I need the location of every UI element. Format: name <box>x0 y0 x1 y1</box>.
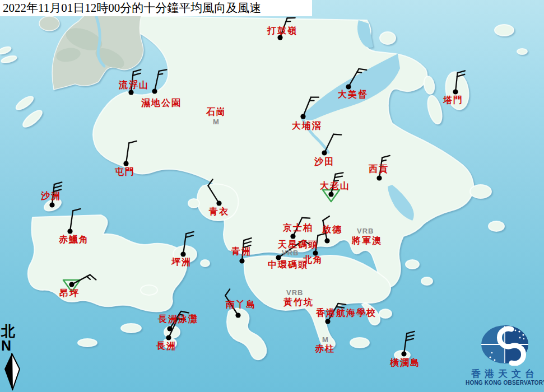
central-pier-label: 中環碼頭 <box>268 260 308 269</box>
sha-tin-dot <box>322 150 327 155</box>
wetland-park-wind-barb <box>155 69 166 91</box>
wind-barb-overlay <box>0 0 544 392</box>
north-label-chinese: 北 <box>1 324 26 339</box>
ta-kwu-ling-label: 打鼓嶺 <box>267 26 297 35</box>
hko-logo-english: HONG KONG OBSERVATORY <box>466 380 544 386</box>
green-island-label: 青洲 <box>231 247 252 256</box>
tap-mun-wind-barb <box>455 71 465 92</box>
tuen-mun-dot <box>123 161 128 166</box>
kai-tak-dot <box>324 238 329 243</box>
sha-chau-label: 沙洲 <box>41 192 61 200</box>
wong-chuk-hang-label: 黃竹坑 <box>283 298 314 307</box>
lamma-island-label: 南丫島 <box>226 300 256 309</box>
shek-kong-annotation: M <box>213 118 220 125</box>
sha-tin-wind-barb <box>324 134 341 153</box>
chek-lap-kok-dot <box>67 228 72 234</box>
peng-chau-label: 坪洲 <box>171 258 192 267</box>
tai-po-kau-dot <box>300 114 305 119</box>
north-arrow-icon <box>1 352 22 391</box>
lau-fau-shan-dot <box>128 90 133 95</box>
tap-mun-label: 塔門 <box>443 96 463 105</box>
sha-tin-label: 沙田 <box>314 157 334 166</box>
tsing-yi-label: 青衣 <box>209 207 229 216</box>
cheung-chau-beach-label: 長洲泳灘 <box>158 315 198 324</box>
chek-lap-kok-label: 赤鱲角 <box>59 235 89 244</box>
peng-chau-wind-barb <box>183 232 194 254</box>
stanley-label: 赤柱 <box>315 344 335 353</box>
kai-tak-label: 啟德 <box>322 225 342 234</box>
wetland-park-dot <box>152 88 157 94</box>
tai-po-kau-wind-barb <box>303 97 319 116</box>
north-indicator: 北 N <box>1 324 26 392</box>
tuen-mun-label: 屯門 <box>115 167 135 176</box>
chek-lap-kok-wind-barb <box>70 209 81 231</box>
star-ferry-label: 天星碼頭 <box>278 240 318 249</box>
lau-fau-shan-label: 流浮山 <box>119 81 149 90</box>
hk-sea-school-label: 香港航海學校 <box>316 309 376 318</box>
wetland-park-label: 濕地公園 <box>141 99 182 108</box>
wind-map: 打鼓嶺流浮山濕地公園石崗M大美督塔門大埔滘沙田屯門西貢沙洲大老山青衣赤鱲角京士柏… <box>0 0 544 392</box>
stanley-annotation: M <box>322 336 329 343</box>
tai-mei-tuk-wind-barb <box>348 69 366 87</box>
hko-logo-icon <box>466 324 544 366</box>
tseung-kwan-o-label: 將軍澳 <box>352 236 382 245</box>
waglan-island-dot <box>401 351 406 356</box>
north-point-label: 北角 <box>303 255 323 264</box>
tates-cairn-label: 大老山 <box>320 181 350 190</box>
tseung-kwan-o-annotation: VRB <box>357 227 374 235</box>
kings-park-dot <box>290 234 295 239</box>
tsing-yi-wind-barb <box>208 179 219 203</box>
kings-park-label: 京士柏 <box>283 223 313 232</box>
cheung-chau-label: 長洲 <box>156 342 176 351</box>
cheung-chau-dot <box>166 335 171 340</box>
hko-logo: 香港天文台 HONG KONG OBSERVATORY <box>466 324 544 386</box>
ngong-ping-dot <box>69 282 74 287</box>
tap-mun-dot <box>453 89 458 94</box>
ngong-ping-label: 昂坪 <box>59 289 80 298</box>
tates-cairn-dot <box>328 192 333 197</box>
waglan-island-label: 橫瀾島 <box>390 358 420 367</box>
green-island-dot <box>239 258 244 263</box>
hko-logo-chinese: 香港天文台 <box>466 368 544 380</box>
north-label-letter: N <box>1 339 26 352</box>
sai-kung-label: 西貢 <box>369 165 389 174</box>
tai-po-kau-label: 大埔滘 <box>292 122 322 130</box>
sai-kung-dot <box>376 175 382 180</box>
lamma-island-dot <box>235 312 240 318</box>
tuen-mun-wind-barb <box>126 141 137 164</box>
sha-chau-dot <box>49 202 54 207</box>
shek-kong-label: 石崗 <box>206 108 226 116</box>
tai-mei-tuk-label: 大美督 <box>338 90 368 99</box>
map-title: 2022年11月01日12時00分的十分鐘平均風向及風速 <box>0 0 312 16</box>
tsing-yi-dot <box>216 200 221 206</box>
wong-chuk-hang-annotation: VRB <box>286 289 303 296</box>
waglan-island-wind-barb <box>404 332 415 354</box>
hk-sea-school-dot <box>325 319 330 324</box>
star-ferry-annotation: VRB <box>282 249 299 256</box>
